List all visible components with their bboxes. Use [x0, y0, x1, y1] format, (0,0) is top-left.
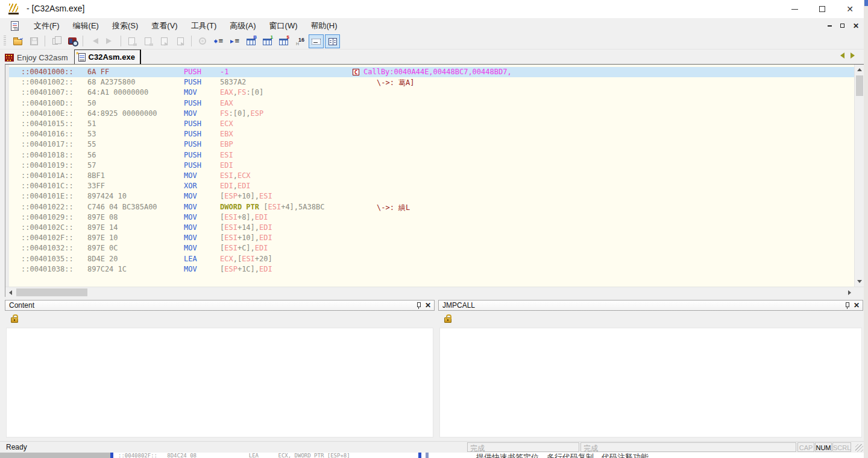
menu-item-file[interactable]: 文件(F)	[27, 19, 66, 33]
scroll-up-button[interactable]	[855, 65, 864, 74]
find-icon	[68, 37, 77, 45]
address: ::00401038::	[21, 265, 74, 273]
menu-item-view[interactable]: 查看(V)	[145, 19, 184, 33]
address: ::00401017::	[21, 140, 74, 148]
open-file-button[interactable]	[10, 34, 25, 48]
background-window-fragment	[0, 453, 110, 458]
disasm-row[interactable]: ::0040102C::897E 14MOV[ESI+14],EDI	[9, 223, 855, 233]
radix-convert-button[interactable]	[292, 34, 307, 48]
mnemonic: MOV	[184, 88, 197, 97]
menu-item-window[interactable]: 窗口(W)	[263, 19, 304, 33]
menu-item-tools[interactable]: 工具(T)	[184, 19, 224, 33]
command-line-toggle-button[interactable]	[309, 34, 324, 48]
minimize-icon	[791, 9, 798, 10]
tab-scroll-right-icon[interactable]	[851, 52, 858, 59]
data-view-button[interactable]	[260, 34, 275, 48]
menu-item-advanced[interactable]: 高级(A)	[223, 19, 262, 33]
address: ::0040100E::	[21, 109, 74, 118]
hex-edit-button[interactable]	[244, 34, 259, 48]
mdi-close-button[interactable]: ✕	[853, 22, 859, 30]
horizontal-scrollbar[interactable]	[5, 287, 864, 297]
content-panel-header[interactable]: Content ✕	[5, 300, 435, 311]
disasm-row[interactable]: ::00401007::64:A1 00000000MOVEAX,FS:[0]	[9, 87, 855, 98]
call-reference-icon[interactable]: C	[353, 69, 359, 75]
scroll-down-button[interactable]	[855, 277, 864, 287]
maximize-button[interactable]	[808, 0, 836, 18]
minimize-button[interactable]	[781, 0, 808, 18]
refresh-button	[195, 34, 210, 48]
indent-list-button[interactable]	[227, 34, 242, 48]
folder-icon	[13, 39, 22, 45]
lock-icon[interactable]	[444, 317, 451, 323]
disasm-row[interactable]: ::0040102F::897E 10MOV[ESI+10],EDI	[9, 233, 855, 243]
disasm-row[interactable]: ::00401016::53PUSHEBX	[9, 129, 855, 139]
address: ::00401007::	[21, 88, 74, 97]
chevron-down-icon	[857, 280, 862, 285]
menu-item-search[interactable]: 搜索(S)	[105, 19, 145, 33]
resize-grip[interactable]	[855, 444, 863, 452]
menu-item-edit[interactable]: 编辑(E)	[66, 19, 105, 33]
radix-icon	[295, 37, 304, 45]
opcode-bytes: 53	[87, 130, 96, 138]
indent-icon	[230, 37, 239, 45]
address: ::0040100D::	[21, 99, 74, 107]
vertical-scroll-thumb[interactable]	[856, 75, 863, 96]
opcode-bytes: 56	[87, 151, 96, 159]
arrow-right-icon	[106, 38, 115, 44]
find-button[interactable]	[64, 34, 80, 48]
disasm-row[interactable]: ::00401029::897E 08MOV[ESI+8],EDI	[9, 212, 855, 223]
disasm-row[interactable]: ::00401015::51PUSHECX	[9, 119, 855, 129]
tab-scroll-left-icon[interactable]	[837, 52, 844, 59]
disasm-row[interactable]: ::00401022::C746 04 BC385A00MOVDWORD PTR…	[9, 202, 855, 212]
content-panel-toolbar	[5, 311, 435, 325]
panel-close-button[interactable]: ✕	[852, 301, 861, 310]
background-selection-bar	[426, 453, 429, 458]
horizontal-scroll-thumb[interactable]	[16, 288, 87, 296]
toolbar-separator	[191, 36, 192, 46]
disasm-row[interactable]: ::0040101E::897424 10MOV[ESP+10],ESI	[9, 191, 855, 202]
string-view-button[interactable]	[276, 34, 291, 48]
address: ::0040101C::	[21, 182, 74, 190]
mdi-minimize-button[interactable]	[828, 25, 832, 27]
disasm-row[interactable]: ::00401032::897E 0CMOV[ESI+C],EDI	[9, 243, 855, 253]
pin-button[interactable]	[414, 301, 423, 310]
disassembly-listing[interactable]: ::00401000::6A FFPUSH-1CCallBy:0040A44E,…	[9, 65, 855, 287]
scroll-right-button[interactable]	[845, 287, 855, 297]
toolbar-grip[interactable]	[4, 36, 6, 46]
disasm-row[interactable]: ::00401018::56PUSHESI	[9, 150, 855, 161]
goto-address-button[interactable]	[211, 34, 226, 48]
disasm-row[interactable]: ::0040100E::64:8925 00000000MOVFS:[0],ES…	[9, 109, 855, 119]
disasm-row[interactable]: ::00401035::8D4E 20LEAECX,[ESI+20]	[9, 254, 855, 264]
panel-close-button[interactable]: ✕	[423, 301, 433, 310]
lock-icon[interactable]	[11, 317, 18, 323]
mdi-document-icon[interactable]	[11, 21, 19, 31]
mnemonic: PUSH	[184, 68, 201, 76]
tab-enjoy[interactable]: Enjoy C32asm	[1, 51, 73, 64]
disasm-row[interactable]: ::00401038::897C24 1CMOV[ESP+1C],EDI	[9, 264, 855, 275]
tab-c32asm-exe[interactable]: C32Asm.exe	[74, 49, 141, 64]
disasm-row[interactable]: ::00401002::68 A2375800PUSH5837A2\->: 葛A…	[9, 77, 855, 87]
disassembly-view[interactable]: ::00401000::6A FFPUSH-1CCallBy:0040A44E,…	[5, 64, 864, 297]
jmpcall-panel-body[interactable]	[439, 328, 862, 437]
jmpcall-panel: JMPCALL ✕	[438, 300, 863, 439]
content-panel-body[interactable]	[6, 328, 433, 437]
opcode-bytes: 68 A2375800	[87, 78, 135, 86]
operands: [ESI+14],EDI	[220, 223, 272, 232]
mnemonic: PUSH	[184, 99, 201, 107]
pin-icon	[416, 302, 421, 309]
disasm-row[interactable]: ::0040101A::8BF1MOVESI,ECX	[9, 171, 855, 181]
jmpcall-panel-header[interactable]: JMPCALL ✕	[438, 300, 863, 311]
disasm-row[interactable]: ::00401017::55PUSHEBP	[9, 139, 855, 150]
disasm-row[interactable]: ::0040101C::33FFXOREDI,EDI	[9, 181, 855, 191]
background-selection-bar	[418, 453, 421, 458]
mdi-restore-button[interactable]	[840, 24, 844, 28]
close-button[interactable]: ✕	[836, 0, 864, 18]
disasm-row[interactable]: ::00401019::57PUSHEDI	[9, 161, 855, 171]
split-view-toggle-button[interactable]	[325, 34, 340, 48]
menu-item-help[interactable]: 帮助(H)	[304, 19, 344, 33]
scroll-left-button[interactable]	[5, 287, 15, 297]
vertical-scrollbar[interactable]	[854, 65, 864, 287]
pin-button[interactable]	[842, 301, 852, 310]
disasm-row[interactable]: ::00401000::6A FFPUSH-1CCallBy:0040A44E,…	[9, 67, 855, 77]
disasm-row[interactable]: ::0040100D::50PUSHEAX	[9, 98, 855, 109]
